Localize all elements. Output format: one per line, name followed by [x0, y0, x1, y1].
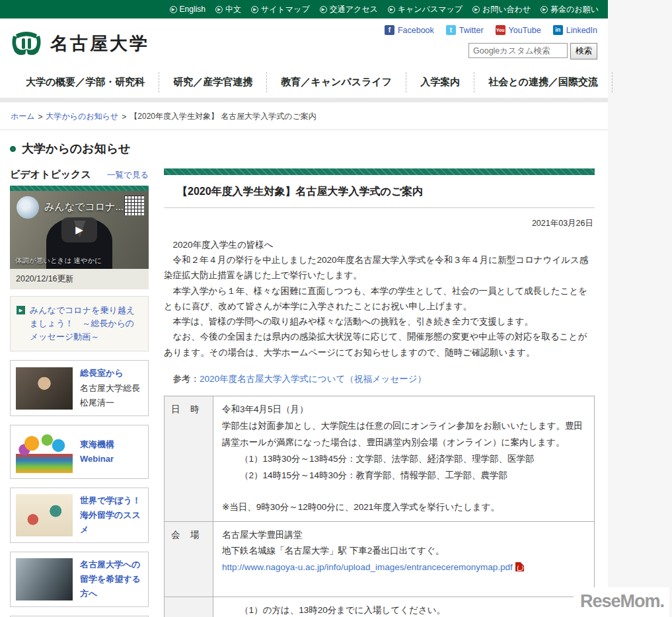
- content-columns: ビデオトピックス 一覧で見る みんなでコロナ... ▶ 体調が悪いときは 速やか…: [0, 163, 608, 617]
- facebook-icon: f: [385, 25, 394, 35]
- paragraph: 本学は、皆様の学問への取り組みや様々な活動への挑戦を、引き続き全力で支援します。: [164, 314, 595, 329]
- topbar-link-access[interactable]: ▶交通アクセス: [320, 4, 378, 15]
- topbar: ▶English ▶中文 ▶サイトマップ ▶交通アクセス ▶キャンパスマップ ▶…: [0, 0, 608, 18]
- breadcrumb-current: 【2020年度入学生対象】 名古屋大学入学式のご案内: [130, 111, 317, 122]
- reference-line: 参考：2020年度名古屋大学入学式について（祝福メッセージ）: [164, 373, 595, 385]
- video-link-box[interactable]: ▶ みんなでコロナを乗り越えましょう！ ～総長からのメッセージ動画～: [10, 296, 149, 351]
- breadcrumb-home[interactable]: ホーム: [11, 111, 35, 122]
- ceremony-info-table: 日 時 令和3年4月5日（月） 学部生は対面参加とし、大学院生は任意の回にオンラ…: [164, 396, 595, 617]
- banner-link-label[interactable]: 総長室から: [80, 366, 140, 381]
- table-row-venue: 会 場 名古屋大学豊田講堂 地下鉄名城線「名古屋大学」駅 下車2番出口出てすぐ。…: [165, 521, 595, 597]
- site-header: 名古屋大学 fFacebook tTwitter YouYouTube inLi…: [0, 18, 608, 66]
- topbar-link-english[interactable]: ▶English: [170, 5, 205, 14]
- green-hatch-bar: [164, 168, 595, 175]
- qr-code: [124, 196, 144, 215]
- twitter-link[interactable]: tTwitter: [446, 25, 484, 35]
- global-nav: 大学の概要／学部・研究科 研究／産学官連携 教育／キャンパスライフ 入学案内 社…: [0, 66, 608, 98]
- banner-subtext: 名古屋大学総長: [80, 381, 140, 396]
- paragraph: 本学入学から１年、様々な困難に直面しつつも、本学の学生として、社会の一員として成…: [164, 283, 595, 314]
- nav-item-research[interactable]: 研究／産学官連携: [159, 72, 267, 92]
- cell-line: ※当日、9時30分～12時00分に、2021年度入学式を挙行いたします。: [222, 499, 585, 516]
- row-label: 日 時: [165, 396, 213, 521]
- search-button[interactable]: 検索: [570, 43, 597, 59]
- topbar-link-campus-map[interactable]: ▶キャンパスマップ: [388, 4, 463, 15]
- play-button-icon[interactable]: ▶: [61, 217, 97, 242]
- university-logo[interactable]: 名古屋大学: [9, 29, 149, 58]
- president-photo: [16, 367, 73, 410]
- nav-item-education[interactable]: 教育／キャンパスライフ: [267, 72, 406, 92]
- row-content: （1）の方は、13時20分までに入場してください。 （2）の方は、14時5分まで…: [213, 597, 595, 617]
- video-topics-title: ビデオトピックス: [10, 168, 91, 181]
- video-updated-date: 2020/12/16更新: [10, 269, 149, 289]
- search-input[interactable]: [468, 43, 568, 58]
- article-date: 2021年03月26日: [164, 208, 595, 237]
- row-label: 会 場: [165, 521, 213, 597]
- university-name: 名古屋大学: [50, 32, 149, 55]
- banner-subtext: 松尾清一: [80, 396, 140, 410]
- map-link-line: http://www.nagoya-u.ac.jp/info/upload_im…: [222, 560, 585, 576]
- breadcrumb-section[interactable]: 大学からのお知らせ: [46, 111, 119, 122]
- video-thumbnail[interactable]: みんなでコロナ... ▶ 体調が悪いときは 速やかに: [10, 191, 149, 269]
- study-abroad-illustration: [16, 494, 73, 536]
- arrow-circle-icon: ▶: [251, 6, 258, 13]
- row-label: [165, 597, 213, 617]
- nav-item-admissions[interactable]: 入学案内: [406, 72, 474, 92]
- cell-line: [222, 484, 585, 499]
- banner-president[interactable]: 総長室から 名古屋大学総長 松尾清一: [10, 360, 149, 416]
- tokai-webinar-image: [16, 431, 73, 473]
- banner-tokai-webinar[interactable]: 東海機構 Webinar: [10, 425, 149, 479]
- cell-line: 令和3年4月5日（月）: [222, 402, 585, 418]
- banner-inbound-study[interactable]: 名古屋大学への留学を希望する方へ: [10, 552, 149, 607]
- video-link-label: みんなでコロナを乗り越えましょう！ ～総長からのメッセージ動画～: [30, 304, 142, 344]
- paragraph: 2020年度入学生の皆様へ: [164, 237, 595, 252]
- nav-item-collaboration[interactable]: 社会との連携／国際交流: [474, 72, 613, 92]
- video-caption: 体調が悪いときは 速やかに: [15, 256, 143, 266]
- university-emblem-icon: [9, 29, 44, 58]
- topbar-link-donation[interactable]: ▶募金のお願い: [541, 4, 599, 15]
- banner-link-label[interactable]: 東海機構: [80, 437, 114, 452]
- resemom-watermark: ReseMom.: [574, 587, 669, 617]
- video-topics-header: ビデオトピックス 一覧で見る: [10, 168, 149, 181]
- play-bullet-icon: ▶: [17, 306, 25, 314]
- breadcrumb-separator: >: [122, 112, 126, 122]
- banner-study-abroad[interactable]: 世界で学ぼう！ 海外留学のススメ: [10, 488, 149, 543]
- social-links: fFacebook tTwitter YouYouTube inLinkedIn: [385, 25, 597, 35]
- youtube-link[interactable]: YouYouTube: [496, 25, 541, 35]
- article: 【2020年度入学生対象】名古屋大学入学式のご案内 2021年03月26日 20…: [164, 168, 595, 617]
- arrow-circle-icon: ▶: [472, 6, 480, 13]
- cell-line: 学部生は対面参加とし、大学院生は任意の回にオンライン参加をお願いいたします。豊田…: [222, 418, 585, 451]
- article-title: 【2020年度入学生対象】名古屋大学入学式のご案内: [164, 175, 595, 208]
- arrow-circle-icon: ▶: [170, 6, 177, 13]
- row-content: 名古屋大学豊田講堂 地下鉄名城線「名古屋大学」駅 下車2番出口出てすぐ。 htt…: [213, 521, 595, 597]
- banner-link-label[interactable]: 名古屋大学への留学を希望する方へ: [80, 558, 143, 601]
- linkedin-link[interactable]: inLinkedIn: [553, 25, 597, 35]
- cell-line: （2）14時15分～14時30分：教育学部、情報学部、工学部、農学部: [222, 468, 585, 484]
- reference-link[interactable]: 2020年度名古屋大学入学式について（祝福メッセージ）: [200, 374, 426, 384]
- page-title: 大学からのお知らせ: [22, 141, 131, 157]
- topbar-link-chinese[interactable]: ▶中文: [215, 4, 241, 15]
- map-pdf-link[interactable]: http://www.nagoya-u.ac.jp/info/upload_im…: [222, 562, 513, 572]
- avatar: [17, 196, 39, 219]
- page: ▶English ▶中文 ▶サイトマップ ▶交通アクセス ▶キャンパスマップ ▶…: [0, 0, 608, 617]
- breadcrumb-separator: >: [38, 112, 43, 122]
- table-row-entry-notes: （1）の方は、13時20分までに入場してください。 （2）の方は、14時5分まで…: [165, 597, 595, 617]
- arrow-circle-icon: ▶: [215, 6, 223, 13]
- banner-link-label[interactable]: 海外留学のススメ: [80, 508, 143, 537]
- article-body: 2020年度入学生の皆様へ 令和２年４月の挙行を中止しました2020年度名古屋大…: [164, 237, 595, 360]
- view-all-link[interactable]: 一覧で見る: [107, 170, 149, 181]
- watermark-text: ReseMom.: [580, 591, 664, 611]
- pdf-icon: [515, 562, 524, 571]
- nav-item-about[interactable]: 大学の概要／学部・研究科: [12, 72, 159, 92]
- topbar-link-sitemap[interactable]: ▶サイトマップ: [251, 4, 310, 15]
- facebook-link[interactable]: fFacebook: [385, 25, 434, 35]
- twitter-icon: t: [446, 25, 456, 35]
- table-row-datetime: 日 時 令和3年4月5日（月） 学部生は対面参加とし、大学院生は任意の回にオンラ…: [165, 396, 595, 521]
- green-hatch-bar: [10, 186, 149, 191]
- reference-label: 参考：: [164, 374, 200, 384]
- paragraph: 令和２年４月の挙行を中止しました2020年度名古屋大学入学式を令和３年４月に新型…: [164, 252, 595, 283]
- banner-link-label[interactable]: 世界で学ぼう！: [80, 493, 143, 508]
- green-ring-icon: [10, 146, 16, 152]
- topbar-link-contact[interactable]: ▶お問い合わせ: [472, 4, 531, 15]
- cell-line: 名古屋大学豊田講堂: [222, 527, 585, 544]
- banner-link-label[interactable]: Webinar: [80, 452, 114, 466]
